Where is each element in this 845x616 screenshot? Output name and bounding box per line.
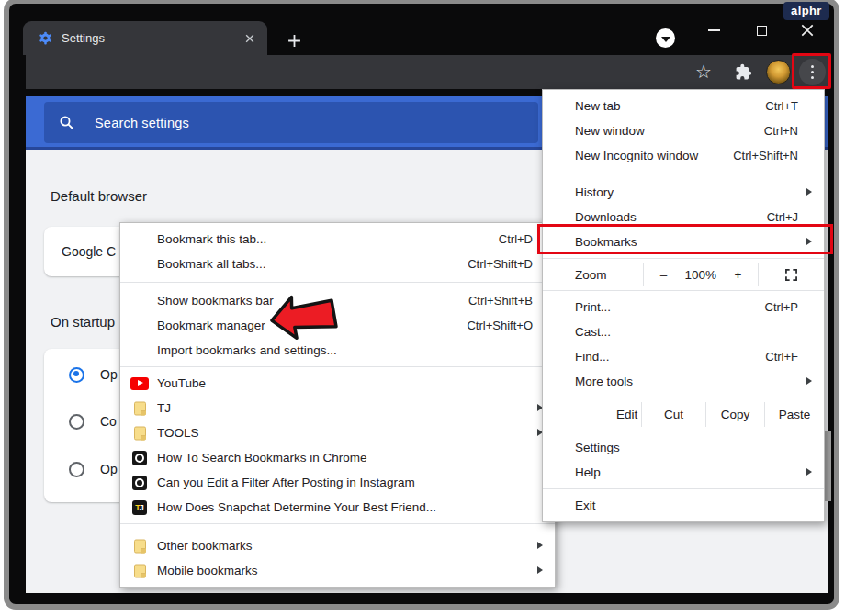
submenu-arrow-icon <box>537 542 543 549</box>
screenshot-stage: Settings ☆ <box>0 0 845 616</box>
chrome-main-menu: New tab Ctrl+T New window Ctrl+N New Inc… <box>542 89 825 522</box>
menu-separator <box>120 366 555 367</box>
search-icon <box>59 115 74 130</box>
menu-item-settings[interactable]: Settings <box>543 435 824 460</box>
startup-option-label: Co <box>100 414 117 429</box>
bookmark-folder-mobile-bookmarks[interactable]: Mobile bookmarks <box>120 558 555 583</box>
zoom-level: 100% <box>685 268 717 282</box>
maximize-icon <box>757 26 767 36</box>
red-arrow-annotation <box>266 286 349 353</box>
fullscreen-button[interactable] <box>759 269 824 281</box>
youtube-icon <box>129 377 151 390</box>
browser-toolbar: ☆ <box>26 55 828 89</box>
copy-button[interactable]: Copy <box>706 402 765 427</box>
menu-separator <box>543 258 824 259</box>
zoom-row: Zoom – 100% + <box>543 263 824 286</box>
paste-button[interactable]: Paste <box>765 402 824 427</box>
extensions-icon[interactable] <box>731 60 755 84</box>
submenu-arrow-icon <box>806 188 812 196</box>
gear-icon <box>39 31 52 45</box>
menu-item-new-tab[interactable]: New tab Ctrl+T <box>543 94 824 118</box>
default-browser-heading: Default browser <box>51 188 147 204</box>
menu-separator <box>543 431 824 431</box>
bookmark-star-icon[interactable]: ☆ <box>691 59 716 84</box>
fullscreen-icon <box>785 269 797 281</box>
minimize-button[interactable] <box>700 17 727 44</box>
radio-unselected[interactable] <box>69 414 84 430</box>
submenu-arrow-icon <box>806 377 812 385</box>
menu-separator <box>120 523 555 524</box>
submenu-arrow-icon <box>806 468 812 476</box>
bookmark-item-snapchat-best-friend[interactable]: TJ How Does Snapchat Determine Your Best… <box>120 495 555 520</box>
menu-item-print[interactable]: Print... Ctrl+P <box>543 295 824 319</box>
cut-button[interactable]: Cut <box>642 402 706 427</box>
minimize-icon <box>708 29 720 31</box>
chevron-down-icon <box>661 37 670 42</box>
menu-separator <box>120 282 555 283</box>
folder-icon <box>129 564 151 577</box>
tj-favicon: TJ <box>129 500 151 515</box>
profile-avatar[interactable] <box>766 60 791 84</box>
tab-title: Settings <box>62 31 242 45</box>
menu-separator <box>543 290 824 291</box>
site-favicon <box>129 451 151 465</box>
submenu-arrow-icon <box>537 566 543 574</box>
bookmark-item-instagram-filter[interactable]: Can you Edit a Filter After Posting in I… <box>120 470 555 495</box>
scrollbar-thumb[interactable] <box>825 431 831 501</box>
menu-item-bookmark-this-tab[interactable]: Bookmark this tab... Ctrl+D <box>120 227 555 252</box>
alphr-watermark-badge: alphr <box>783 2 829 20</box>
close-button[interactable] <box>794 17 821 44</box>
startup-option-label: Op <box>100 367 118 382</box>
startup-option-label: Op <box>100 462 118 476</box>
site-favicon <box>129 476 151 490</box>
bookmark-item-search-bookmarks[interactable]: How To Search Bookmarks in Chrome <box>120 445 555 470</box>
bookmark-item-youtube[interactable]: YouTube <box>120 371 555 396</box>
folder-icon <box>129 426 151 440</box>
menu-separator <box>543 488 824 489</box>
radio-unselected[interactable] <box>69 462 84 477</box>
menu-item-more-tools[interactable]: More tools <box>543 369 824 394</box>
default-browser-text: Google C <box>62 244 116 259</box>
menu-item-exit[interactable]: Exit <box>543 493 824 518</box>
on-startup-heading: On startup <box>51 314 115 330</box>
maximize-button[interactable] <box>748 17 775 44</box>
search-placeholder: Search settings <box>95 116 189 130</box>
bookmarks-highlight-box <box>537 224 833 254</box>
menu-item-bookmark-all-tabs[interactable]: Bookmark all tabs... Ctrl+Shift+D <box>120 252 555 276</box>
menu-item-new-window[interactable]: New window Ctrl+N <box>543 118 824 143</box>
bookmarks-submenu: Bookmark this tab... Ctrl+D Bookmark all… <box>119 222 556 588</box>
menu-item-new-incognito-window[interactable]: New Incognito window Ctrl+Shift+N <box>543 143 824 168</box>
folder-icon <box>129 401 151 415</box>
tab-close-icon[interactable] <box>242 30 258 47</box>
startup-option-row: Co <box>44 408 117 435</box>
folder-icon <box>129 539 151 553</box>
bookmark-folder-tools[interactable]: TOOLS <box>120 420 555 445</box>
search-settings-input[interactable]: Search settings <box>44 102 538 143</box>
bookmark-folder-other-bookmarks[interactable]: Other bookmarks <box>120 533 555 558</box>
startup-option-row: Op <box>44 361 118 388</box>
bookmark-folder-tj[interactable]: TJ <box>120 396 555 420</box>
edit-row: Edit Cut Copy Paste <box>543 402 824 427</box>
radio-selected[interactable] <box>69 367 84 383</box>
startup-option-row: Op <box>44 455 118 483</box>
tab-settings[interactable]: Settings <box>23 21 267 55</box>
menu-item-find[interactable]: Find... Ctrl+F <box>543 344 824 369</box>
menu-separator <box>543 174 824 174</box>
menu-item-history[interactable]: History <box>543 180 824 205</box>
close-icon <box>800 23 815 38</box>
menu-item-help[interactable]: Help <box>543 460 824 485</box>
menu-dots-highlight-box <box>792 53 831 89</box>
zoom-in-button[interactable]: + <box>734 268 741 282</box>
menu-item-cast[interactable]: Cast... <box>543 319 824 344</box>
zoom-out-button[interactable]: – <box>660 268 668 282</box>
menu-separator <box>543 398 824 398</box>
zoom-label: Zoom <box>575 268 607 282</box>
media-controls-button[interactable] <box>656 28 675 48</box>
new-tab-button[interactable] <box>281 28 307 53</box>
title-bar: Settings <box>9 4 834 55</box>
edit-label: Edit <box>616 408 637 421</box>
